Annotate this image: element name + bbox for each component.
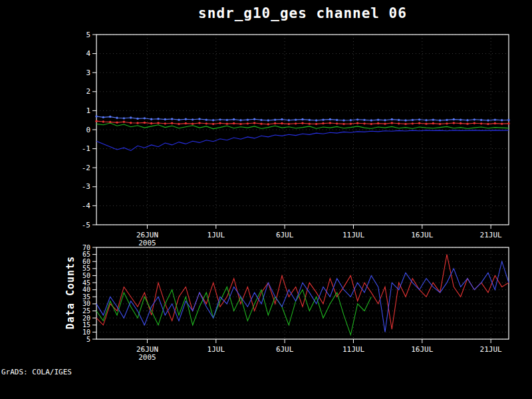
svg-text:-5: -5 (82, 221, 90, 229)
svg-text:30: 30 (82, 300, 90, 307)
svg-text:15: 15 (82, 321, 90, 329)
top-chart: 543210-1-2-3-4-526JUN20051JUL6JUL11JUL16… (63, 30, 522, 249)
svg-text:4: 4 (86, 49, 90, 58)
svg-text:6JUL: 6JUL (276, 231, 294, 239)
svg-text:11JUL: 11JUL (342, 231, 364, 239)
svg-text:45: 45 (82, 279, 90, 287)
svg-text:0: 0 (86, 126, 90, 134)
chart-title: sndr_g10_ges channel 06 (96, 5, 509, 21)
svg-text:20: 20 (82, 315, 90, 322)
svg-text:70: 70 (82, 244, 90, 251)
svg-text:16JUL: 16JUL (411, 345, 433, 354)
svg-text:21JUL: 21JUL (480, 345, 502, 354)
svg-text:10: 10 (82, 329, 90, 336)
svg-text:21JUL: 21JUL (480, 231, 502, 239)
svg-text:3: 3 (86, 68, 90, 77)
grads-canvas: sndr_g10_ges channel 06 543210-1-2-3-4-5… (0, 0, 532, 399)
svg-text:60: 60 (82, 258, 90, 265)
svg-text:1JUL: 1JUL (207, 231, 225, 239)
svg-text:5: 5 (86, 336, 90, 343)
grads-credits: GrADS: COLA/IGES (1, 368, 72, 376)
svg-text:2005: 2005 (138, 353, 156, 362)
svg-text:-2: -2 (82, 164, 90, 172)
svg-text:2: 2 (86, 87, 90, 96)
svg-text:1JUL: 1JUL (207, 345, 225, 354)
svg-text:5: 5 (86, 31, 90, 39)
svg-text:-4: -4 (82, 201, 91, 210)
svg-text:-3: -3 (82, 182, 90, 191)
bottom-chart: 70656055504540353025201510526JUN20051JUL… (63, 243, 522, 362)
series-bias-blue-line (96, 130, 509, 151)
svg-text:6JUL: 6JUL (276, 345, 294, 354)
svg-text:16JUL: 16JUL (411, 231, 433, 239)
svg-text:25: 25 (82, 307, 90, 315)
svg-text:65: 65 (82, 251, 90, 258)
svg-text:55: 55 (82, 265, 90, 272)
svg-text:40: 40 (82, 286, 90, 293)
svg-text:50: 50 (82, 272, 90, 279)
svg-text:-1: -1 (82, 144, 90, 153)
svg-text:35: 35 (82, 293, 90, 301)
svg-text:1: 1 (86, 106, 90, 115)
svg-text:11JUL: 11JUL (342, 345, 364, 354)
